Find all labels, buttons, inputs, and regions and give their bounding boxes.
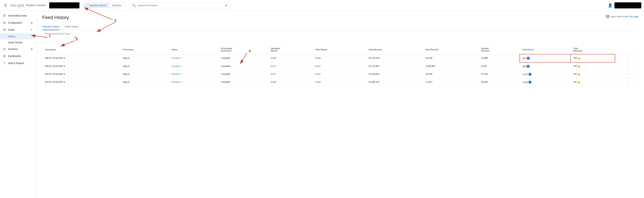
cell-feed-name: owg.v2 [120,54,169,62]
table-header: Timestamp Feed name Status ProcessingIns… [42,45,638,54]
table-row: 9/4/23, 23:00 GMT-4 owg.v2 Success ✓ Com… [42,70,638,78]
tab-fetch-history[interactable]: Fetch history [65,24,78,30]
error-badge: 1,257 i [522,73,532,76]
error-badge: 402 i [522,65,530,68]
error-info-icon[interactable]: i [526,65,530,68]
cell-total-shards: 3,118 [312,54,366,62]
cell-new-records: 25,428 [423,54,478,62]
cell-total-errors: 402 i [520,62,570,70]
cell-status: Success ✓ [169,78,218,86]
warning-count: 191 [573,81,577,83]
onboarding-icon: ☰ [3,14,6,18]
sidebar-item-onboarding[interactable]: ☰ Onboarding Tasks [0,12,36,19]
cell-deleted-records: 18,055 [478,78,520,86]
this-page-link[interactable]: this page [629,15,638,18]
cell-total-records: 15,724,213 [366,54,423,62]
chevron-right-icon: ▶ [31,48,33,50]
lookback-input[interactable] [42,34,72,41]
warning-triangle-icon[interactable] [578,73,580,75]
error-badge: 1,258 i [522,81,532,84]
lookback-input-wrap: Enter lookback window in days 🔍 [42,34,79,41]
cell-uploaded-shards: 3,117 [268,62,312,70]
warning-count: 250 [574,57,577,59]
col-total-errors: Total Errors [520,45,570,54]
sidebar-item-dashboards[interactable]: ⊞ Dashboards [0,53,36,60]
warning-triangle-icon[interactable] [578,81,580,83]
warning-triangle-icon[interactable] [578,57,580,59]
environment-tab-group: ✓ Ingestion history Sandbox [83,3,125,8]
cell-processing-instruction: Complete [218,78,268,86]
cell-status: Success ✓ [169,70,218,78]
col-arrow [615,45,638,54]
sidebar-item-label: Configuration [8,21,22,24]
cell-total-warnings: 192 [570,70,615,78]
profile-icon[interactable]: 👤 [608,3,612,8]
error-info-icon[interactable]: i [527,57,530,60]
info-icon: ℹ️ [606,15,609,18]
cell-feed-name: owg.v2 [120,62,169,70]
error-count: 1,258 [522,81,528,83]
cell-processing-instruction: Complete [218,62,268,70]
warning-count: 192 [573,73,577,75]
hamburger-menu-icon[interactable]: ☰ [3,2,8,9]
lookback-label: Enter lookback window in days [44,33,71,35]
logo-o-red: o [14,3,16,8]
header-row: Timestamp Feed name Status ProcessingIns… [42,45,638,54]
col-timestamp: Timestamp [42,45,120,54]
cell-total-shards: 3,114 [312,78,366,86]
col-feed-name: Feed name [120,45,169,54]
check-icon: ✓ [180,73,182,75]
cell-feed-name: owg.v2 [120,78,169,86]
tab-ingestion-history[interactable]: Ingestion history [42,24,60,30]
status-success: Success ✓ [172,57,216,59]
logo-area: Google Actions Center [10,3,46,8]
sidebar-item-history[interactable]: History [0,33,36,39]
lookback-section: Enter lookback window in days 🔍 [42,34,638,41]
cell-status: Success ✓ [169,62,218,70]
cell-navigate[interactable]: → [615,62,638,70]
sidebar-item-label: History [8,35,16,38]
cell-deleted-records: 9,159 [478,62,520,70]
production-tab[interactable]: ✓ Ingestion history [83,3,109,8]
sidebar: ☰ Onboarding Tasks ⚙ Configuration ▶ ⊞ F… [0,11,37,198]
col-total-records: Total Records [366,45,423,54]
lookback-search-button[interactable]: 🔍 [72,35,79,41]
search-input[interactable] [138,4,223,7]
cell-total-shards: 3,117 [312,70,366,78]
cell-navigate[interactable]: → [615,70,638,78]
error-count: 402 [522,65,526,68]
sidebar-item-feeds[interactable]: ⊞ Feeds ▼ [0,26,36,33]
cell-total-records: 15,713,847 [366,62,423,70]
sidebar-item-quick-testing[interactable]: Quick Testing [0,39,36,45]
learn-text: Learn how to use [610,15,628,18]
check-icon: ✓ [180,81,182,83]
search-clear-icon[interactable]: ✕ [225,4,227,7]
sidebar-section-main: ☰ Onboarding Tasks ⚙ Configuration ▶ ⊞ F… [0,12,37,66]
cell-feed-name: owg.v2 [120,70,169,78]
cell-total-errors: 1,258 i [520,78,570,86]
cell-navigate[interactable]: → [615,78,638,86]
cell-timestamp: 9/6/23, 23:00 GMT-4 [42,54,120,62]
error-info-icon[interactable]: i [528,81,532,84]
error-count: 1,257 [522,73,528,76]
sidebar-item-configuration[interactable]: ⚙ Configuration ▶ [0,19,36,26]
learn-how-link: ℹ️ Learn how to use this page [606,15,638,18]
error-badge: 401 i [522,57,530,60]
sandbox-tab[interactable]: Sandbox [109,3,124,8]
sidebar-item-help-support[interactable]: ? Help & Support [0,60,36,66]
sidebar-item-label: Feeds [8,29,14,31]
cell-new-records: 17,627 [423,78,478,86]
sidebar-item-label: Quick Testing [8,41,22,44]
cell-navigate[interactable]: → [615,54,638,62]
warning-triangle-icon[interactable] [578,65,580,67]
chevron-down-icon: ▼ [31,29,33,31]
cell-total-warnings: 250 [570,54,615,62]
sidebar-item-inventory[interactable]: ⊟ Inventory ▶ [0,45,36,53]
warning-badge: 250 [574,57,580,59]
logo-g-blue: G [10,3,13,8]
cell-total-errors: 1,257 i [520,70,570,78]
warning-badge: 191 [573,81,580,83]
error-info-icon[interactable]: i [528,73,532,76]
col-uploaded-shards: UploadedShards [268,45,312,54]
main-content: Feed History ℹ️ Learn how to use this pa… [37,11,644,198]
